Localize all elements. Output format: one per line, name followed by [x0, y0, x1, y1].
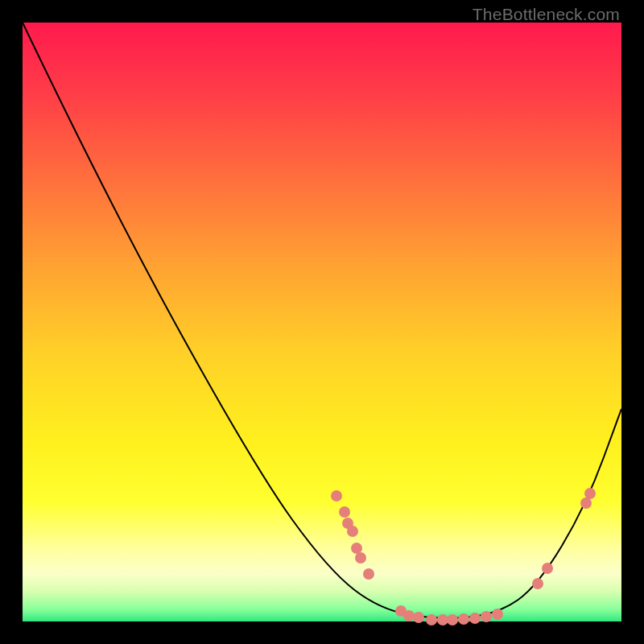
data-dot	[584, 488, 596, 499]
data-dot	[481, 611, 492, 622]
data-dot	[347, 526, 358, 537]
data-dot	[532, 578, 543, 589]
attribution-text: TheBottleneck.com	[473, 5, 620, 24]
data-dot	[351, 543, 362, 554]
data-dot	[331, 490, 342, 502]
data-dot	[469, 613, 481, 624]
data-dot	[458, 613, 469, 625]
data-dot	[355, 552, 366, 564]
data-dot	[426, 614, 437, 625]
data-dot	[339, 506, 350, 518]
data-dot	[542, 563, 553, 574]
data-dot	[363, 568, 374, 580]
data-dot	[403, 610, 415, 621]
bottleneck-curve	[23, 23, 621, 618]
data-dot	[447, 614, 458, 625]
data-dot	[413, 612, 424, 623]
data-dot	[580, 497, 592, 509]
chart-overlay	[23, 23, 621, 621]
data-dot	[492, 609, 503, 620]
data-dot	[437, 614, 448, 625]
